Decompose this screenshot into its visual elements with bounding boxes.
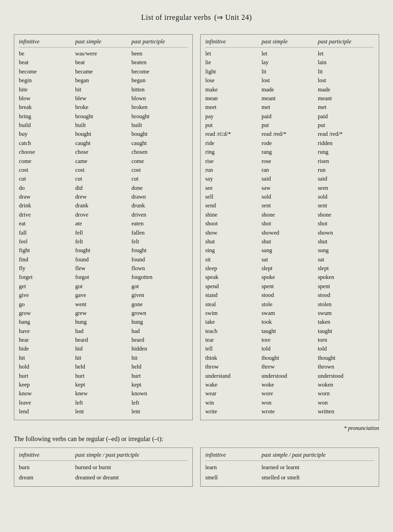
- cell: lose: [205, 76, 262, 85]
- cell: bought: [131, 130, 188, 139]
- cell: leave: [19, 399, 75, 407]
- cell: lit: [262, 67, 318, 76]
- cell: shone: [318, 211, 374, 219]
- following-text: The following verbs can be regular (–ed)…: [14, 435, 379, 443]
- table-row: beginbeganbegun: [19, 76, 188, 85]
- cell: lie: [205, 58, 262, 67]
- table-row: feelfeltfelt: [19, 237, 188, 246]
- cell: lain: [318, 58, 374, 67]
- cell: fell: [75, 229, 131, 237]
- table-row: winwonwon: [205, 399, 374, 407]
- cell: beaten: [131, 58, 188, 67]
- table1-col3-header: past participle: [131, 38, 188, 45]
- cell: spent: [318, 282, 374, 291]
- cell: began: [75, 76, 131, 85]
- cell: hurt: [19, 372, 75, 381]
- cell: spent: [262, 282, 318, 291]
- table-row: sellsoldsold: [205, 193, 374, 201]
- cell: stood: [262, 291, 318, 300]
- table-row: breakbrokebroken: [19, 103, 188, 112]
- cell: slept: [262, 264, 318, 273]
- cell: left: [75, 399, 131, 407]
- cell: seen: [318, 184, 374, 193]
- cell: forgot: [75, 273, 131, 282]
- cell: woke: [262, 381, 318, 389]
- table-row: showshowedshown: [205, 229, 374, 237]
- cell: grown: [131, 309, 188, 318]
- cell: lit: [318, 67, 374, 76]
- table-row: gowentgone: [19, 300, 188, 309]
- table-row: telltoldtold: [205, 345, 374, 353]
- table-row: shootshotshot: [205, 219, 374, 228]
- table-row: findfoundfound: [19, 255, 188, 264]
- table-row: sitsatsat: [205, 255, 374, 264]
- cell: sang: [262, 246, 318, 255]
- cell: held: [131, 363, 188, 371]
- cell: was/were: [75, 49, 131, 58]
- cell: win: [205, 399, 262, 407]
- table-row: fallfellfallen: [19, 229, 188, 237]
- cell: stood: [318, 291, 374, 300]
- cell: lent: [75, 407, 131, 416]
- cell: made: [318, 85, 374, 94]
- cell: taken: [318, 318, 374, 326]
- cell: paid: [262, 112, 318, 121]
- cell: hold: [19, 363, 75, 371]
- cell: left: [131, 399, 188, 407]
- cell: rang: [262, 148, 318, 157]
- cell: say: [205, 175, 262, 183]
- cell: thought: [262, 354, 318, 363]
- cell: drink: [19, 201, 75, 210]
- cell: dream: [19, 473, 75, 483]
- cell: shine: [205, 211, 262, 219]
- table-row: hidehidhidden: [19, 345, 188, 353]
- cell: flew: [75, 264, 131, 273]
- cell: hung: [131, 318, 188, 326]
- cell: caught: [75, 139, 131, 148]
- table-row: flyflewflown: [19, 264, 188, 273]
- cell: given: [131, 291, 188, 300]
- cell: steal: [205, 300, 262, 309]
- cell: come: [19, 157, 75, 166]
- cell: built: [131, 121, 188, 130]
- cell: have: [19, 327, 75, 336]
- cell: teach: [205, 327, 262, 336]
- cell: let: [262, 49, 318, 58]
- cell: threw: [262, 363, 318, 371]
- cell: show: [205, 229, 262, 237]
- cell: run: [205, 166, 262, 175]
- cell: smelled or smelt: [262, 473, 374, 483]
- verb-table-1: infinitive past simple past participle b…: [14, 34, 193, 420]
- cell: read /red/*: [262, 130, 318, 139]
- cell: grew: [75, 309, 131, 318]
- cell: cut: [75, 175, 131, 183]
- cell: caught: [131, 139, 188, 148]
- cell: choose: [19, 148, 75, 157]
- cell: sat: [262, 255, 318, 264]
- cell: chose: [75, 148, 131, 157]
- cell: burned or burnt: [75, 463, 188, 472]
- bottom-table-2: infinitive past simple / past participle…: [200, 447, 379, 487]
- cell: see: [205, 184, 262, 193]
- cell: shut: [318, 237, 374, 246]
- cell: blown: [131, 94, 188, 103]
- table-row: hanghunghung: [19, 318, 188, 326]
- table-row: buildbuiltbuilt: [19, 121, 188, 130]
- cell: ridden: [318, 139, 374, 148]
- cell: took: [262, 318, 318, 326]
- cell: slept: [318, 264, 374, 273]
- cell: said: [262, 175, 318, 183]
- cell: fought: [131, 246, 188, 255]
- cell: get: [19, 282, 75, 291]
- table-row: hithithit: [19, 354, 188, 363]
- cell: swam: [262, 309, 318, 318]
- cell: shown: [318, 229, 374, 237]
- cell: torn: [318, 336, 374, 345]
- cell: let: [205, 49, 262, 58]
- cell: smell: [205, 473, 262, 483]
- table-row: blowblewblown: [19, 94, 188, 103]
- table-row: beatbeatbeaten: [19, 58, 188, 67]
- cell: rose: [262, 157, 318, 166]
- table-row: hearheardheard: [19, 336, 188, 345]
- table-row: smellsmelled or smelt: [205, 473, 374, 483]
